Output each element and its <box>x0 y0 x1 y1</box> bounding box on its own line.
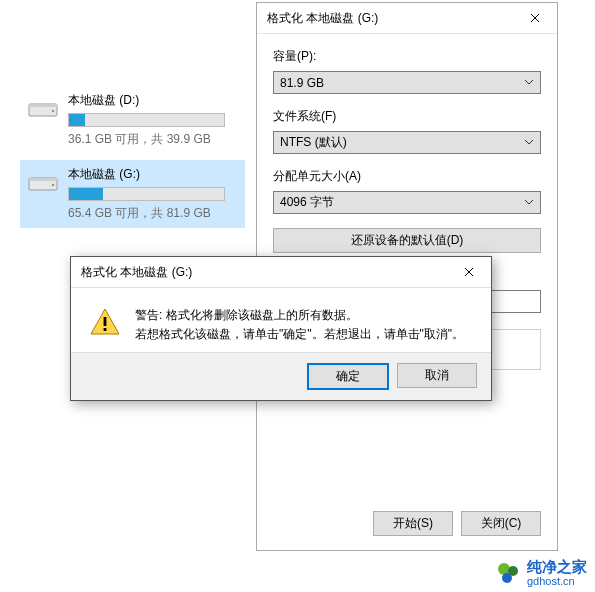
ok-button-label: 确定 <box>336 368 360 385</box>
drive-name: 本地磁盘 (G:) <box>68 166 237 183</box>
close-button[interactable] <box>512 3 557 33</box>
drive-usage-fill <box>69 114 85 126</box>
svg-point-2 <box>52 110 54 112</box>
chevron-down-icon <box>524 137 534 147</box>
drive-info: 本地磁盘 (G:) 65.4 GB 可用，共 81.9 GB <box>68 166 237 222</box>
ok-button[interactable]: 确定 <box>307 363 389 390</box>
drive-item[interactable]: 本地磁盘 (G:) 65.4 GB 可用，共 81.9 GB <box>20 160 245 228</box>
start-button[interactable]: 开始(S) <box>373 511 453 536</box>
messagebox-body: 警告: 格式化将删除该磁盘上的所有数据。 若想格式化该磁盘，请单击"确定"。若想… <box>71 288 491 352</box>
svg-rect-7 <box>104 328 107 331</box>
messagebox-close-button[interactable] <box>446 257 491 287</box>
messagebox-titlebar[interactable]: 格式化 本地磁盘 (G:) <box>71 257 491 288</box>
drive-list: 本地磁盘 (D:) 36.1 GB 可用，共 39.9 GB 本地磁盘 (G:)… <box>20 86 245 234</box>
watermark-url: gdhost.cn <box>527 575 587 588</box>
chevron-down-icon <box>524 197 534 207</box>
close-dialog-button[interactable]: 关闭(C) <box>461 511 541 536</box>
close-dialog-button-label: 关闭(C) <box>481 515 522 532</box>
watermark: 纯净之家 gdhost.cn <box>495 558 587 588</box>
svg-rect-1 <box>29 104 57 107</box>
warning-icon <box>89 306 121 338</box>
restore-defaults-button[interactable]: 还原设备的默认值(D) <box>273 228 541 253</box>
hard-drive-icon <box>28 170 58 192</box>
drive-item[interactable]: 本地磁盘 (D:) 36.1 GB 可用，共 39.9 GB <box>20 86 245 154</box>
capacity-value: 81.9 GB <box>280 76 324 90</box>
start-button-label: 开始(S) <box>393 515 433 532</box>
close-icon <box>530 13 540 23</box>
close-icon <box>464 267 474 277</box>
cancel-button-label: 取消 <box>425 367 449 384</box>
capacity-combobox[interactable]: 81.9 GB <box>273 71 541 94</box>
drive-subtitle: 65.4 GB 可用，共 81.9 GB <box>68 205 237 222</box>
format-dialog-title: 格式化 本地磁盘 (G:) <box>257 10 512 27</box>
svg-rect-6 <box>104 317 107 326</box>
filesystem-combobox[interactable]: NTFS (默认) <box>273 131 541 154</box>
watermark-logo-icon <box>495 560 521 586</box>
watermark-text: 纯净之家 gdhost.cn <box>527 558 587 588</box>
warning-messagebox: 格式化 本地磁盘 (G:) 警告: 格式化将删除该磁盘上的所有数据。 若想格式化… <box>70 256 492 401</box>
messagebox-line2: 若想格式化该磁盘，请单击"确定"。若想退出，请单击"取消"。 <box>135 325 464 344</box>
messagebox-footer: 确定 取消 <box>71 352 491 400</box>
filesystem-value: NTFS (默认) <box>280 134 347 151</box>
messagebox-text: 警告: 格式化将删除该磁盘上的所有数据。 若想格式化该磁盘，请单击"确定"。若想… <box>135 306 464 344</box>
cancel-button[interactable]: 取消 <box>397 363 477 388</box>
drive-usage-fill <box>69 188 103 200</box>
allocation-value: 4096 字节 <box>280 194 334 211</box>
drive-usage-bar <box>68 113 225 127</box>
messagebox-title: 格式化 本地磁盘 (G:) <box>71 264 446 281</box>
svg-rect-4 <box>29 178 57 181</box>
messagebox-line1: 警告: 格式化将删除该磁盘上的所有数据。 <box>135 306 464 325</box>
drive-info: 本地磁盘 (D:) 36.1 GB 可用，共 39.9 GB <box>68 92 237 148</box>
format-dialog-footer: 开始(S) 关闭(C) <box>373 511 541 536</box>
drive-name: 本地磁盘 (D:) <box>68 92 237 109</box>
format-dialog-titlebar[interactable]: 格式化 本地磁盘 (G:) <box>257 3 557 34</box>
restore-defaults-label: 还原设备的默认值(D) <box>351 232 464 249</box>
hard-drive-icon <box>28 96 58 118</box>
capacity-label: 容量(P): <box>273 48 541 65</box>
drive-subtitle: 36.1 GB 可用，共 39.9 GB <box>68 131 237 148</box>
drive-usage-bar <box>68 187 225 201</box>
svg-point-10 <box>502 573 512 583</box>
svg-point-5 <box>52 184 54 186</box>
filesystem-label: 文件系统(F) <box>273 108 541 125</box>
allocation-combobox[interactable]: 4096 字节 <box>273 191 541 214</box>
chevron-down-icon <box>524 77 534 87</box>
watermark-brand: 纯净之家 <box>527 558 587 575</box>
allocation-label: 分配单元大小(A) <box>273 168 541 185</box>
